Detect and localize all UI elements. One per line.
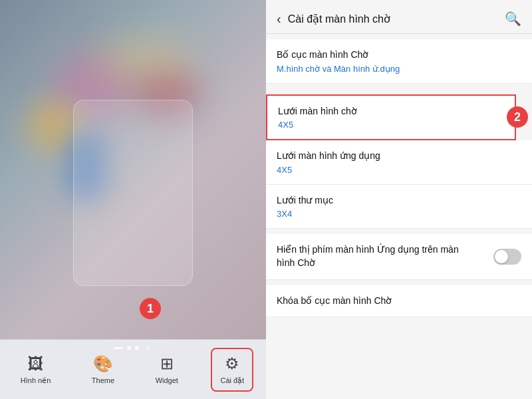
dot-small-2 bbox=[135, 346, 139, 350]
nav-item-hinh-nen[interactable]: 🖼 Hình nền bbox=[13, 349, 59, 390]
settings-item-luoi-ung-dung[interactable]: Lưới màn hình ứng dụng 4X5 bbox=[266, 140, 532, 185]
khoa-bo-cuc-title: Khóa bố cục màn hình Chờ bbox=[277, 295, 521, 308]
left-panel: + 1 🖼 Hình nền 🎨 Theme ⊞ Widget ⚙ Cài đặ… bbox=[0, 0, 266, 399]
settings-item-hien-thi-phim[interactable]: Hiển thị phím màn hình Ứng dụng trên màn… bbox=[266, 234, 532, 279]
luoi-ung-dung-title: Lưới màn hình ứng dụng bbox=[277, 150, 521, 163]
settings-item-khoa-bo-cuc[interactable]: Khóa bố cục màn hình Chờ bbox=[266, 285, 532, 318]
gap-3 bbox=[266, 280, 532, 285]
theme-label: Theme bbox=[92, 376, 114, 384]
widget-icon: ⊞ bbox=[160, 354, 174, 373]
dots-bar: + bbox=[114, 343, 152, 352]
dot-plus: + bbox=[143, 343, 152, 352]
screen-card bbox=[73, 100, 193, 286]
bo-cuc-title: Bố cục màn hình Chờ bbox=[277, 49, 521, 62]
settings-item-luoi-thu-muc[interactable]: Lưới thư mục 3X4 bbox=[266, 185, 532, 229]
cai-dat-icon: ⚙ bbox=[225, 354, 239, 373]
settings-item-bo-cuc[interactable]: Bố cục màn hình Chờ M.hình chờ và Màn hì… bbox=[266, 39, 532, 84]
blob5 bbox=[100, 40, 193, 80]
hien-thi-phim-title: Hiển thị phím màn hình Ứng dụng trên màn… bbox=[277, 243, 463, 269]
settings-item-luoi-cho[interactable]: Lưới màn hình chờ 4X5 bbox=[266, 94, 516, 141]
widget-label: Widget bbox=[156, 376, 178, 384]
hien-thi-toggle[interactable] bbox=[493, 249, 521, 265]
badge-step-1: 1 bbox=[140, 298, 161, 319]
luoi-thu-muc-subtitle: 3X4 bbox=[277, 209, 521, 219]
right-header: ‹ Cài đặt màn hình chờ 🔍 bbox=[266, 0, 532, 34]
luoi-cho-title: Lưới màn hình chờ bbox=[278, 105, 504, 118]
theme-icon: 🎨 bbox=[93, 354, 113, 373]
dot-dash bbox=[114, 347, 123, 349]
luoi-cho-subtitle: 4X5 bbox=[278, 120, 504, 130]
item-with-badge-wrapper: Lưới màn hình chờ 4X5 2 bbox=[266, 94, 516, 141]
badge-step-2: 2 bbox=[507, 106, 528, 128]
luoi-thu-muc-title: Lưới thư mục bbox=[277, 194, 521, 207]
nav-item-widget[interactable]: ⊞ Widget bbox=[148, 349, 186, 390]
search-button[interactable]: 🔍 bbox=[505, 11, 521, 27]
hinh-nen-label: Hình nền bbox=[21, 376, 51, 385]
settings-list: Bố cục màn hình Chờ M.hình chờ và Màn hì… bbox=[266, 34, 532, 399]
bo-cuc-subtitle: M.hình chờ và Màn hình ứ.dụng bbox=[277, 64, 521, 74]
header-left: ‹ Cài đặt màn hình chờ bbox=[277, 11, 390, 27]
hinh-nen-icon: 🖼 bbox=[28, 354, 44, 373]
luoi-ung-dung-subtitle: 4X5 bbox=[277, 165, 521, 175]
dot-small-1 bbox=[127, 346, 131, 350]
back-button[interactable]: ‹ bbox=[277, 11, 281, 27]
right-panel: ‹ Cài đặt màn hình chờ 🔍 Bố cục màn hình… bbox=[266, 0, 532, 399]
gap-1 bbox=[266, 84, 532, 89]
header-title: Cài đặt màn hình chờ bbox=[288, 13, 390, 25]
gap-2 bbox=[266, 229, 532, 234]
cai-dat-label: Cài đặt bbox=[220, 376, 244, 385]
wallpaper-area bbox=[0, 0, 266, 339]
hien-thi-toggle-row: Hiển thị phím màn hình Ứng dụng trên màn… bbox=[277, 243, 521, 269]
nav-item-cai-dat[interactable]: ⚙ Cài đặt bbox=[211, 348, 253, 392]
nav-item-theme[interactable]: 🎨 Theme bbox=[84, 349, 122, 390]
